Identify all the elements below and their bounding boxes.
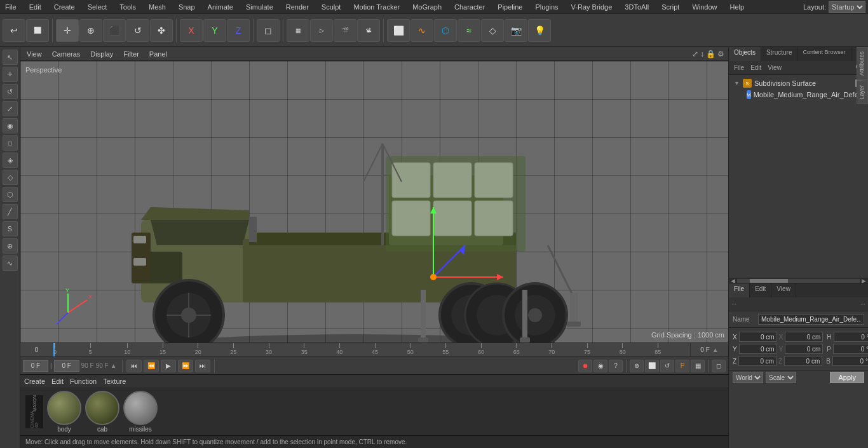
vp-menu-display[interactable]: Display [88,50,116,58]
x-axis-button[interactable]: X [180,19,203,42]
render-animation-button[interactable]: 📽 [357,19,380,42]
tree-item-vehicle[interactable]: M Mobile_Medium_Range_Air_Defe... [731,89,865,100]
vp-menu-filter[interactable]: Filter [121,50,141,58]
coord-h-val[interactable] [834,332,868,342]
attr-tab-view[interactable]: View [771,283,796,297]
tree-item-subdivision[interactable]: ▼ S Subdivision Surface ● [731,78,865,89]
menu-window[interactable]: Window [689,2,719,12]
tree-expand-icon[interactable]: ▼ [734,80,740,86]
object-button[interactable]: ◻ [257,19,280,42]
frame-current-input[interactable] [54,360,79,372]
menu-snap[interactable]: Snap [176,2,198,12]
render-toggle-button[interactable]: ◻ [712,360,726,372]
sidebar-knife-btn[interactable]: ╱ [3,204,18,219]
coord-x-pos[interactable] [739,332,777,342]
menu-sculpt[interactable]: Sculpt [319,2,344,12]
render-region-button[interactable]: ▦ [287,19,309,42]
coord-b-val[interactable] [832,356,868,366]
coord-y-mid[interactable] [785,344,823,354]
timeline-cursor[interactable] [53,343,55,357]
attr-name-value[interactable] [758,314,864,325]
rotate-tool-button[interactable]: ↺ [126,19,149,42]
move-tool-button[interactable]: ⊕ [79,19,102,42]
vtab-layer[interactable]: Layer [857,81,868,104]
vp-menu-view[interactable]: View [24,50,44,58]
coord-system-select[interactable]: World [733,372,763,383]
sidebar-scale-btn[interactable]: ⤢ [3,101,18,116]
light-button[interactable]: 💡 [528,19,551,42]
mat-menu-edit[interactable]: Edit [51,377,64,385]
cube-button[interactable]: ⬜ [387,19,410,42]
coord-z-pos[interactable] [738,356,776,366]
sidebar-move-btn[interactable]: ✛ [3,67,18,82]
obj-view-btn[interactable]: View [765,63,784,72]
scene-button[interactable]: ◇ [481,19,504,42]
y-axis-button[interactable]: Y [203,19,226,42]
z-axis-button[interactable]: Z [227,19,250,42]
menu-tools[interactable]: Tools [117,2,139,12]
curve-button[interactable]: ∿ [410,19,433,42]
undo-button[interactable]: ↩ [3,19,25,42]
sidebar-paint-btn[interactable]: ⊕ [3,238,18,254]
sidebar-spline-btn[interactable]: ◻ [3,135,18,151]
sidebar-point-btn[interactable]: ⬡ [3,187,18,202]
render-view-button[interactable]: ▷ [310,19,333,42]
nurbs-button[interactable]: ⬡ [434,19,457,42]
render-picture-button[interactable]: 🎬 [334,19,356,42]
tab-structure[interactable]: Structure [761,47,798,61]
apply-button[interactable]: Apply [830,372,864,383]
points-button[interactable]: ⬜ [645,360,659,372]
menu-animate[interactable]: Animate [205,2,236,12]
tab-objects[interactable]: Objects [729,47,761,61]
sidebar-magnet-btn[interactable]: S [3,221,18,236]
timeline-ruler[interactable]: 051015202530354045505560657075808590 [53,343,690,357]
redo-button[interactable]: ⬜ [26,19,49,42]
help-button[interactable]: ? [609,360,623,372]
menu-help[interactable]: Help [728,2,747,12]
menu-plugins[interactable]: Plugins [532,2,560,12]
mat-menu-function[interactable]: Function [70,377,97,385]
menu-select[interactable]: Select [85,2,110,12]
menu-mograph[interactable]: MoGraph [410,2,444,12]
grid-button[interactable]: ▦ [691,360,705,372]
attr-tab-file[interactable]: File [729,283,750,297]
object-browser-scrollbar[interactable]: ◀ ▶ [729,278,868,283]
material-cab[interactable]: cab [85,391,119,433]
vp-menu-cameras[interactable]: Cameras [50,50,83,58]
transform-mode-select[interactable]: Scale [766,372,796,383]
menu-render[interactable]: Render [283,2,311,12]
poly-button[interactable]: P [675,360,689,372]
vp-settings-icon[interactable]: ⚙ [717,50,724,58]
sidebar-select-btn[interactable]: ↖ [3,50,18,65]
mat-menu-create[interactable]: Create [24,377,45,385]
deform-button[interactable]: ≈ [458,19,480,42]
vp-menu-panel[interactable]: Panel [147,50,170,58]
sidebar-edge-btn[interactable]: ◇ [3,170,18,185]
goto-end-button[interactable]: ⏭ [195,360,210,372]
tab-content-browser[interactable]: Content Browser [797,47,851,61]
layout-select[interactable]: Startup [829,1,865,13]
obj-file-btn[interactable]: File [731,63,747,72]
step-back-button[interactable]: ⏪ [144,360,159,372]
camera-button[interactable]: 📷 [505,19,527,42]
menu-character[interactable]: Character [452,2,487,12]
record-button[interactable]: ⏺ [578,360,592,372]
scroll-track[interactable] [737,279,860,283]
3d-viewport[interactable]: Perspective [20,61,728,343]
scroll-thumb[interactable] [750,279,788,283]
step-fwd-button[interactable]: ⏩ [178,360,193,372]
material-missiles[interactable]: missiles [123,391,158,433]
vp-maximize-icon[interactable]: ⤢ [692,50,698,58]
menu-3dtoall[interactable]: 3DToAll [622,2,651,12]
coord-x-mid[interactable] [785,332,823,342]
vp-lock-icon[interactable]: 🔒 [706,50,715,58]
coord-p-val[interactable] [833,344,868,354]
attr-tab-edit[interactable]: Edit [750,283,771,297]
menu-motion-tracker[interactable]: Motion Tracker [351,2,402,12]
sidebar-sculpt-btn[interactable]: ∿ [3,255,18,271]
menu-mesh[interactable]: Mesh [146,2,168,12]
snap-button[interactable]: ⊕ [630,360,644,372]
play-button[interactable]: ▶ [161,360,176,372]
mat-menu-texture[interactable]: Texture [103,377,126,385]
material-body[interactable]: body [47,391,81,433]
